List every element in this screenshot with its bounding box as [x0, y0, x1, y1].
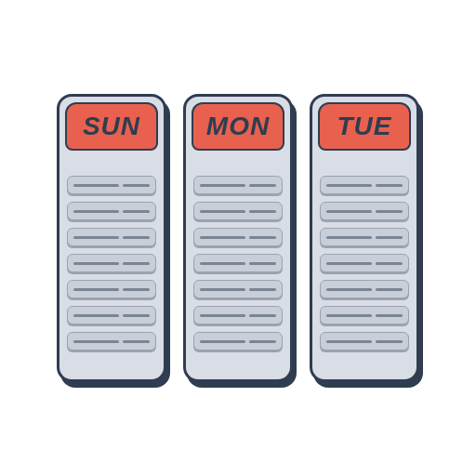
line	[376, 288, 403, 291]
line	[73, 262, 119, 265]
line	[123, 184, 150, 187]
list-item	[67, 228, 156, 246]
line	[123, 262, 150, 265]
list-item	[193, 332, 283, 350]
line	[123, 314, 150, 317]
list-item	[193, 202, 283, 220]
line	[376, 184, 403, 187]
list-item	[67, 254, 156, 272]
line	[249, 184, 276, 187]
line	[326, 236, 372, 239]
line	[73, 340, 119, 343]
line	[200, 314, 245, 317]
line	[249, 262, 276, 265]
list-item	[193, 280, 283, 298]
line	[326, 340, 372, 343]
day-label-mon: MON	[206, 112, 270, 140]
line	[123, 210, 150, 213]
list-item	[320, 332, 409, 350]
list-item	[193, 176, 283, 194]
line	[73, 236, 119, 239]
line	[326, 288, 372, 291]
line	[376, 236, 403, 239]
line	[73, 184, 119, 187]
line	[249, 314, 276, 317]
line	[123, 236, 150, 239]
list-item	[67, 202, 156, 220]
day-label-sun: SUN	[83, 112, 140, 140]
list-item	[320, 306, 409, 324]
line	[249, 236, 276, 239]
list-item	[320, 202, 409, 220]
line	[200, 288, 245, 291]
list-item	[67, 280, 156, 298]
line	[376, 340, 403, 343]
line	[200, 184, 245, 187]
list-item	[193, 306, 283, 324]
line	[123, 340, 150, 343]
line	[200, 210, 245, 213]
list-item	[320, 176, 409, 194]
line	[73, 210, 119, 213]
line	[200, 236, 245, 239]
list-item	[193, 228, 283, 246]
line	[123, 288, 150, 291]
list-item	[320, 280, 409, 298]
line	[73, 288, 119, 291]
line	[376, 314, 403, 317]
line	[249, 340, 276, 343]
line	[200, 340, 245, 343]
list-item	[320, 228, 409, 246]
day-header-mon: MON	[192, 102, 284, 151]
day-label-tue: TUE	[337, 112, 392, 140]
line	[376, 210, 403, 213]
day-body-mon	[186, 151, 290, 379]
day-body-tue	[312, 151, 416, 379]
line	[326, 262, 372, 265]
line	[326, 184, 372, 187]
line	[249, 210, 276, 213]
line	[376, 262, 403, 265]
list-item	[67, 176, 156, 194]
day-body-sun	[60, 151, 164, 379]
day-header-sun: SUN	[65, 102, 158, 151]
day-card-mon: MON	[183, 94, 293, 382]
list-item	[320, 254, 409, 272]
line	[326, 314, 372, 317]
line	[326, 210, 372, 213]
day-card-sun: SUN	[57, 94, 166, 382]
day-card-tue: TUE	[310, 94, 419, 382]
list-item	[67, 306, 156, 324]
list-item	[67, 332, 156, 350]
line	[200, 262, 245, 265]
weekly-calendar: SUN MON TUE	[57, 94, 419, 382]
line	[73, 314, 119, 317]
day-header-tue: TUE	[318, 102, 411, 151]
list-item	[193, 254, 283, 272]
line	[249, 288, 276, 291]
